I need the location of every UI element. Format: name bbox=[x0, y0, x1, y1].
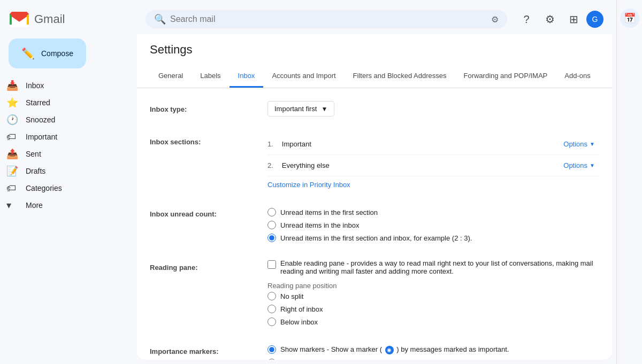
unread-first-section-option[interactable]: Unread items in the first section bbox=[268, 208, 599, 216]
nav-sent[interactable]: 📤 Sent bbox=[0, 145, 128, 162]
enable-reading-pane-checkbox[interactable] bbox=[268, 260, 276, 269]
compose-button-wrap[interactable]: ✏️ Compose bbox=[9, 38, 128, 68]
gmail-logo: Gmail bbox=[0, 4, 128, 34]
section-1-num: 1. bbox=[268, 140, 273, 148]
sidebar: Gmail ✏️ Compose 📥 Inbox ⭐ Starred 🕐 Sno… bbox=[0, 0, 137, 364]
inbox-type-section: Inbox type: Important first ▼ bbox=[150, 101, 599, 117]
nav-starred[interactable]: ⭐ Starred bbox=[0, 94, 128, 111]
topbar-actions: ? ⚙ ⊞ G bbox=[516, 9, 603, 30]
snoozed-icon: 🕐 bbox=[6, 114, 19, 126]
show-markers-option[interactable]: Show markers - Show a marker ( ◉ ) by me… bbox=[268, 345, 599, 354]
inbox-unread-count-content: Unread items in the first section Unread… bbox=[268, 206, 599, 242]
inbox-sections-section: Inbox sections: 1. Important Options ▼ bbox=[150, 134, 599, 189]
nav-snoozed[interactable]: 🕐 Snoozed bbox=[0, 111, 128, 128]
nav-inbox[interactable]: 📥 Inbox bbox=[0, 77, 128, 94]
nav-snoozed-label: Snoozed bbox=[26, 115, 120, 124]
no-split-option[interactable]: No split bbox=[268, 292, 599, 300]
reading-pane-position-label: Reading pane position bbox=[268, 282, 599, 290]
right-panel: 📅 bbox=[616, 0, 642, 364]
search-advanced-icon[interactable]: ⚙ bbox=[491, 14, 499, 25]
show-markers-desc2: ) by messages marked as important. bbox=[396, 345, 509, 353]
unread-first-and-inbox-radio[interactable] bbox=[268, 234, 276, 242]
inbox-type-value: Important first bbox=[274, 105, 317, 113]
section-row-2: 2. Everything else Options ▼ bbox=[268, 155, 599, 176]
svg-rect-0 bbox=[10, 14, 12, 25]
tab-inbox[interactable]: Inbox bbox=[230, 65, 264, 88]
right-of-inbox-option[interactable]: Right of inbox bbox=[268, 305, 599, 313]
tab-general[interactable]: General bbox=[150, 65, 192, 88]
inbox-type-label: Inbox type: bbox=[150, 101, 268, 117]
unread-inbox-radio[interactable] bbox=[268, 221, 276, 229]
topbar: 🔍 ⚙ ? ⚙ ⊞ G bbox=[137, 4, 612, 34]
nav-categories-label: Categories bbox=[26, 184, 120, 192]
section-1-label: Important bbox=[282, 140, 311, 148]
section-2-name: 2. Everything else bbox=[268, 161, 330, 169]
nav-categories[interactable]: 🏷 Categories bbox=[0, 180, 128, 197]
apps-button[interactable]: ⊞ bbox=[563, 9, 584, 30]
svg-rect-1 bbox=[27, 14, 29, 25]
unread-first-and-inbox-option[interactable]: Unread items in the first section and in… bbox=[268, 234, 599, 242]
section-1-name: 1. Important bbox=[268, 140, 311, 148]
right-panel-icon-1[interactable]: 📅 bbox=[620, 9, 639, 28]
reading-pane-position-group: No split Right of inbox Below inbox bbox=[268, 292, 599, 326]
inbox-type-select[interactable]: Important first ▼ bbox=[268, 101, 334, 117]
no-markers-option[interactable]: No markers bbox=[268, 359, 599, 360]
importance-markers-content: Show markers - Show a marker ( ◉ ) by me… bbox=[268, 343, 599, 360]
nav-important[interactable]: 🏷 Important bbox=[0, 128, 128, 145]
nav-more[interactable]: ▾ More bbox=[0, 197, 128, 214]
importance-badge: ◉ bbox=[385, 346, 394, 354]
inbox-unread-count-label: Inbox unread count: bbox=[150, 206, 268, 242]
settings-tabs: General Labels Inbox Accounts and Import… bbox=[150, 65, 599, 88]
unread-inbox-option[interactable]: Unread items in the inbox bbox=[268, 221, 599, 229]
tab-filters[interactable]: Filters and Blocked Addresses bbox=[345, 65, 455, 88]
gmail-logo-icon bbox=[9, 9, 30, 30]
show-markers-radio[interactable] bbox=[268, 345, 276, 354]
inbox-sections-content: 1. Important Options ▼ 2. Everything els… bbox=[268, 134, 599, 189]
below-inbox-radio[interactable] bbox=[268, 317, 276, 326]
settings-button[interactable]: ⚙ bbox=[539, 9, 561, 30]
unread-first-and-inbox-label: Unread items in the first section and in… bbox=[280, 234, 472, 242]
tab-accounts[interactable]: Accounts and Import bbox=[263, 65, 344, 88]
right-of-inbox-label: Right of inbox bbox=[280, 305, 323, 313]
avatar[interactable]: G bbox=[586, 11, 603, 28]
compose-label: Compose bbox=[41, 49, 73, 58]
show-markers-text: Show markers bbox=[280, 345, 325, 353]
section-row-1: 1. Important Options ▼ bbox=[268, 134, 599, 155]
section-2-label: Everything else bbox=[282, 161, 330, 169]
no-markers-label: No markers bbox=[280, 359, 316, 360]
tab-labels[interactable]: Labels bbox=[192, 65, 229, 88]
section-1-options-arrow: ▼ bbox=[590, 141, 595, 147]
compose-button[interactable]: ✏️ Compose bbox=[9, 38, 86, 68]
compose-icon: ✏️ bbox=[21, 47, 35, 60]
help-button[interactable]: ? bbox=[516, 9, 537, 30]
starred-icon: ⭐ bbox=[6, 97, 19, 109]
unread-first-section-label: Unread items in the first section bbox=[280, 208, 378, 216]
inbox-type-content: Important first ▼ bbox=[268, 101, 599, 117]
search-input[interactable] bbox=[170, 14, 487, 24]
right-of-inbox-radio[interactable] bbox=[268, 305, 276, 313]
inbox-type-arrow: ▼ bbox=[321, 105, 327, 113]
unread-first-section-radio[interactable] bbox=[268, 208, 276, 216]
show-markers-label: Show markers - Show a marker ( ◉ ) by me… bbox=[280, 345, 509, 354]
importance-markers-section: Importance markers: Show markers - Show … bbox=[150, 343, 599, 360]
section-1-options[interactable]: Options ▼ bbox=[559, 138, 599, 150]
below-inbox-option[interactable]: Below inbox bbox=[268, 317, 599, 326]
section-2-num: 2. bbox=[268, 161, 273, 169]
customize-priority-link[interactable]: Customize in Priority Inbox bbox=[268, 181, 350, 189]
tab-forwarding[interactable]: Forwarding and POP/IMAP bbox=[455, 65, 556, 88]
no-split-label: No split bbox=[280, 292, 303, 300]
nav-inbox-label: Inbox bbox=[26, 81, 120, 90]
no-split-radio[interactable] bbox=[268, 292, 276, 300]
below-inbox-label: Below inbox bbox=[280, 318, 318, 326]
settings-body: Inbox type: Important first ▼ Inbox sect… bbox=[137, 88, 612, 360]
tab-addons[interactable]: Add-ons bbox=[556, 65, 599, 88]
section-2-options[interactable]: Options ▼ bbox=[559, 159, 599, 172]
nav-drafts[interactable]: 📝 Drafts bbox=[0, 162, 128, 180]
inbox-icon: 📥 bbox=[6, 80, 19, 91]
unread-count-radio-group: Unread items in the first section Unread… bbox=[268, 208, 599, 242]
reading-pane-content: Enable reading pane - provides a way to … bbox=[268, 259, 599, 326]
nav-drafts-label: Drafts bbox=[26, 167, 120, 175]
search-bar[interactable]: 🔍 ⚙ bbox=[146, 10, 507, 28]
no-markers-radio[interactable] bbox=[268, 359, 276, 360]
categories-icon: 🏷 bbox=[6, 183, 19, 194]
